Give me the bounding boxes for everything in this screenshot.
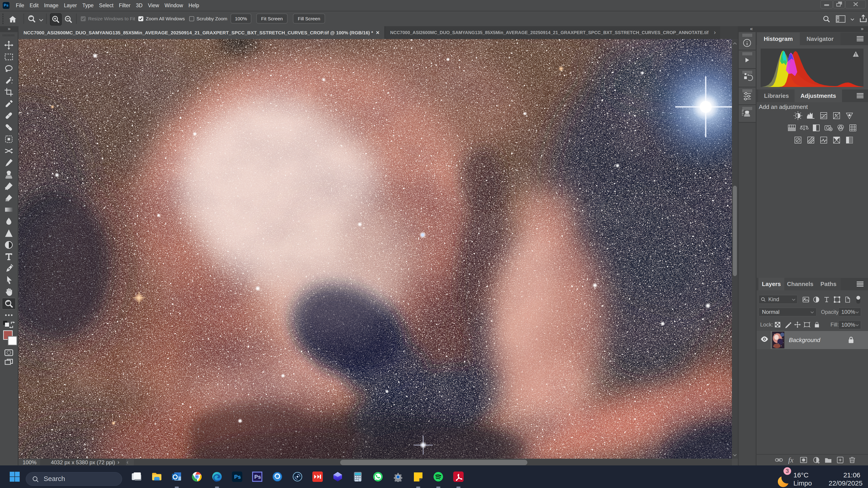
svg-text:Ps: Ps bbox=[254, 474, 261, 480]
svg-text:fx: fx bbox=[788, 456, 794, 464]
svg-text:Ps: Ps bbox=[234, 474, 241, 480]
